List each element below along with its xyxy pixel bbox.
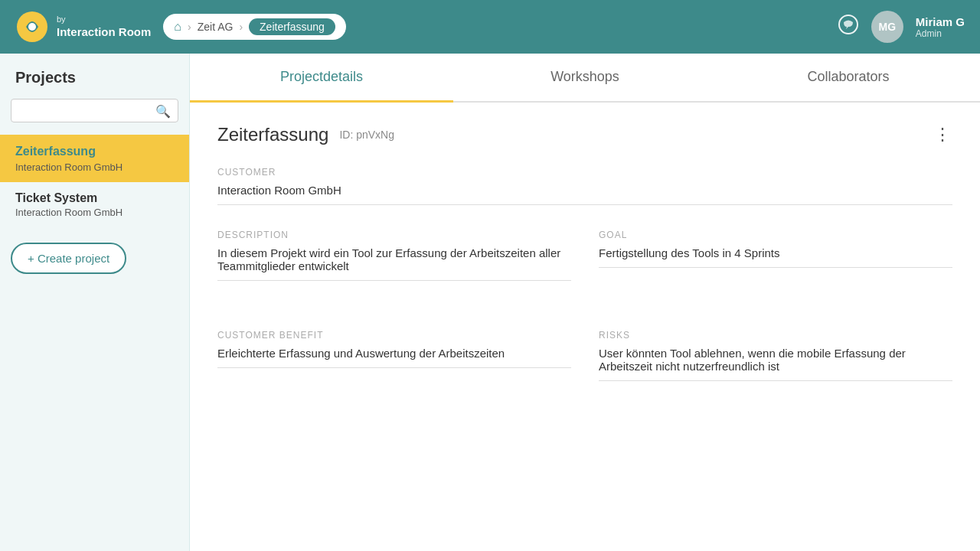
chat-icon[interactable] bbox=[838, 14, 859, 40]
sidebar-item-ticket-system[interactable]: Ticket System Interaction Room GmbH bbox=[0, 182, 189, 227]
project-header: Zeiterfassung ID: pnVxNg ⋮ bbox=[217, 124, 952, 145]
benefit-risks-row: CUSTOMER BENEFIT Erleichterte Erfassung … bbox=[217, 330, 952, 406]
tab-collaborators[interactable]: Collaborators bbox=[717, 54, 980, 103]
goal-value: Fertigstellung des Tools in 4 Sprints bbox=[599, 246, 952, 268]
risks-value: User könnten Tool ablehnen, wenn die mob… bbox=[599, 347, 952, 381]
avatar[interactable]: MG bbox=[871, 11, 903, 43]
breadcrumb-sep-1: › bbox=[188, 21, 191, 33]
search-input[interactable] bbox=[11, 99, 178, 122]
risks-field: RISKS User könnten Tool ablehnen, wenn d… bbox=[599, 330, 952, 381]
user-name: Miriam G bbox=[916, 15, 965, 28]
main-content: Projectdetails Workshops Collaborators Z… bbox=[190, 54, 980, 551]
risks-label: RISKS bbox=[599, 330, 952, 341]
customer-benefit-field: CUSTOMER BENEFIT Erleichterte Erfassung … bbox=[217, 330, 571, 381]
project-details-content: Zeiterfassung ID: pnVxNg ⋮ CUSTOMER Inte… bbox=[190, 103, 980, 551]
breadcrumb-zeiterfassung[interactable]: Zeiterfassung bbox=[249, 18, 335, 35]
description-label: DESCRIPTION bbox=[217, 230, 571, 240]
tabs-container: Projectdetails Workshops Collaborators bbox=[190, 54, 980, 103]
customer-benefit-label: CUSTOMER BENEFIT bbox=[217, 330, 571, 341]
logo-text: by Interaction Room bbox=[57, 14, 151, 40]
description-value: In diesem Projekt wird ein Tool zur Erfa… bbox=[217, 246, 571, 281]
logo-by: by bbox=[57, 14, 151, 24]
search-icon: 🔍 bbox=[155, 103, 171, 118]
app-header: by Interaction Room ⌂ › Zeit AG › Zeiter… bbox=[0, 0, 980, 54]
customer-benefit-value: Erleichterte Erfassung und Auswertung de… bbox=[217, 347, 571, 368]
description-goal-row: DESCRIPTION In diesem Projekt wird ein T… bbox=[217, 230, 952, 305]
project-name-ticket: Ticket System bbox=[15, 191, 174, 205]
create-project-button[interactable]: + Create project bbox=[11, 243, 126, 274]
breadcrumb-home-icon[interactable]: ⌂ bbox=[174, 20, 181, 34]
goal-field: GOAL Fertigstellung des Tools in 4 Sprin… bbox=[599, 230, 952, 281]
tab-projectdetails[interactable]: Projectdetails bbox=[190, 54, 453, 103]
sidebar-item-zeiterfassung[interactable]: Zeiterfassung Interaction Room GmbH bbox=[0, 135, 189, 182]
sidebar-search-container: 🔍 bbox=[11, 99, 178, 122]
header-left: by Interaction Room ⌂ › Zeit AG › Zeiter… bbox=[15, 10, 346, 44]
logo-title: Interaction Room bbox=[57, 24, 151, 40]
breadcrumb-sep-2: › bbox=[239, 21, 243, 33]
breadcrumb: ⌂ › Zeit AG › Zeiterfassung bbox=[163, 14, 346, 40]
more-options-button[interactable]: ⋮ bbox=[934, 125, 952, 145]
project-title: Zeiterfassung bbox=[217, 124, 328, 145]
main-layout: Projects 🔍 Zeiterfassung Interaction Roo… bbox=[0, 54, 980, 551]
user-role: Admin bbox=[916, 28, 965, 39]
goal-label: GOAL bbox=[599, 230, 952, 240]
tab-workshops[interactable]: Workshops bbox=[453, 54, 717, 103]
customer-value: Interaction Room GmbH bbox=[217, 184, 952, 205]
header-right: MG Miriam G Admin bbox=[838, 11, 965, 43]
breadcrumb-zeit-ag[interactable]: Zeit AG bbox=[198, 21, 234, 33]
sidebar-title: Projects bbox=[0, 69, 189, 99]
project-name-zeiterfassung: Zeiterfassung bbox=[15, 144, 174, 160]
description-field: DESCRIPTION In diesem Projekt wird ein T… bbox=[217, 230, 571, 281]
project-company-zeiterfassung: Interaction Room GmbH bbox=[15, 161, 174, 173]
customer-field: CUSTOMER Interaction Room GmbH bbox=[217, 167, 952, 205]
project-id: ID: pnVxNg bbox=[339, 129, 394, 141]
user-info: Miriam G Admin bbox=[916, 15, 965, 39]
customer-label: CUSTOMER bbox=[217, 167, 952, 178]
project-company-ticket: Interaction Room GmbH bbox=[15, 207, 174, 218]
svg-point-1 bbox=[28, 23, 36, 31]
app-logo-icon bbox=[15, 10, 49, 44]
logo-area: by Interaction Room bbox=[15, 10, 151, 44]
project-header-left: Zeiterfassung ID: pnVxNg bbox=[217, 124, 394, 145]
sidebar: Projects 🔍 Zeiterfassung Interaction Roo… bbox=[0, 54, 190, 551]
